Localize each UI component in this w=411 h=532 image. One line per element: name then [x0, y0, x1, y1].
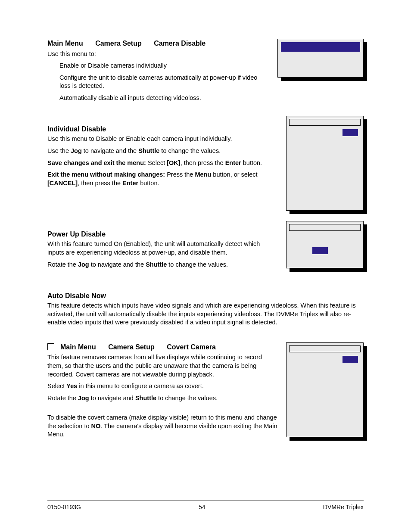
menu-illustration	[286, 221, 364, 268]
body-text: Rotate the Jog to navigate and the Shutt…	[47, 261, 277, 269]
footer-product-name: DVMRe Triplex	[323, 504, 364, 510]
intro-text: Use this menu to:	[47, 50, 269, 59]
section-heading: Power Up Disable	[47, 230, 277, 238]
crumb-main-menu: Main Menu	[60, 342, 96, 352]
menu-illustration	[277, 39, 364, 78]
crumb-main-menu: Main Menu	[47, 39, 83, 48]
section-individual-disable: Individual Disable Use this menu to Disa…	[47, 116, 364, 211]
breadcrumb: Main Menu Camera Setup Covert Camera	[60, 342, 216, 352]
section-heading: Individual Disable	[47, 125, 277, 133]
section-power-up-disable: Power Up Disable With this feature turne…	[47, 221, 364, 272]
menu-illustration	[286, 116, 364, 211]
section-camera-disable: Main Menu Camera Setup Camera Disable Us…	[47, 39, 364, 106]
body-text: Use this menu to Disable or Enable each …	[47, 135, 277, 143]
section-covert-camera: Main Menu Camera Setup Covert Camera Thi…	[47, 342, 364, 442]
footer-page-number: 54	[199, 504, 206, 510]
footer-doc-number: 0150-0193G	[47, 504, 81, 510]
body-text: This feature detects which inputs have v…	[47, 302, 364, 327]
crumb-covert-camera: Covert Camera	[167, 342, 216, 352]
bullet-item: Automatically disable all inputs detecti…	[47, 94, 269, 103]
document-page: Main Menu Camera Setup Camera Disable Us…	[0, 0, 411, 532]
section-auto-disable-now: Auto Disable Now This feature detects wh…	[47, 292, 364, 327]
page-footer: 0150-0193G 54 DVMRe Triplex	[47, 501, 364, 510]
breadcrumb: Main Menu Camera Setup Camera Disable	[47, 39, 269, 48]
crumb-camera-setup: Camera Setup	[95, 39, 142, 48]
crumb-camera-setup: Camera Setup	[108, 342, 155, 352]
body-text: This feature removes cameras from all li…	[47, 353, 277, 379]
bullet-item: Enable or Disable cameras individually	[47, 62, 269, 70]
body-text: Use the Jog to navigate and the Shuttle …	[47, 147, 277, 156]
body-text: With this feature turned On (Enabled), t…	[47, 240, 277, 257]
body-text: To disable the covert camera (make displ…	[47, 414, 277, 439]
checkbox-icon	[47, 343, 54, 350]
crumb-camera-disable: Camera Disable	[154, 39, 206, 48]
body-text: Exit the menu without making changes: Pr…	[47, 171, 277, 187]
menu-illustration	[286, 342, 364, 437]
body-text: Rotate the Jog to navigate and Shuttle t…	[47, 394, 277, 403]
body-text: Select Yes in this menu to configure a c…	[47, 382, 277, 391]
section-heading: Auto Disable Now	[47, 292, 364, 300]
body-text: Save changes and exit the menu: Select […	[47, 159, 277, 168]
bullet-item: Configure the unit to disable cameras au…	[47, 74, 269, 90]
